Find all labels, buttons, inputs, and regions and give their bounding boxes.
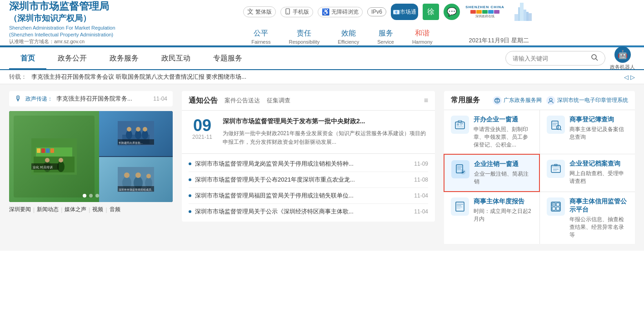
svg-point-39 xyxy=(146,174,151,178)
service-item-open-biz[interactable]: 开办企业一窗通 申请营业执照、刻制印章、申领发票、员工参保登记、公积金... xyxy=(444,110,539,154)
org-name-line2: （深圳市知识产权局） xyxy=(9,13,145,24)
notice-tab-case[interactable]: 案件公告送达 xyxy=(225,96,260,106)
svg-rect-72 xyxy=(551,202,560,211)
service-item-biz-cancel[interactable]: 企业注销一窗通 企业一般注销、简易注销 xyxy=(444,154,540,192)
news-image-area[interactable]: 业化 对员培训 xyxy=(9,111,173,202)
svg-rect-13 xyxy=(37,148,40,153)
svg-rect-7 xyxy=(529,13,532,21)
nav-item-interaction[interactable]: 政民互动 xyxy=(150,47,202,70)
svg-point-8 xyxy=(592,55,596,59)
svg-rect-3 xyxy=(518,7,520,21)
notice-item[interactable]: 深圳市市场监督管理局福田监管局关于停用或注销失联单位... 11-04 xyxy=(189,188,428,204)
search-input[interactable] xyxy=(513,55,591,62)
market-channel-icon[interactable]: 📧 市场通 xyxy=(391,4,418,20)
green-brand-icon[interactable]: 徐 xyxy=(423,4,439,20)
service-desc-biz-registry: 商事主体登记及备案信息查询 xyxy=(569,126,629,141)
svg-point-35 xyxy=(124,172,130,178)
dot-2[interactable] xyxy=(89,194,93,197)
notice-bullet xyxy=(189,178,191,181)
service-item-annual-report[interactable]: 商事主体年度报告 时间：成立周年之日起2月内 xyxy=(444,192,539,244)
search-icon xyxy=(591,54,598,61)
svg-rect-5 xyxy=(526,12,529,21)
svg-rect-14 xyxy=(41,148,45,153)
service-info-annual-report: 商事主体年度报告 时间：成立周年之日起2月内 xyxy=(474,197,533,223)
svg-rect-49 xyxy=(457,127,463,127)
search-button[interactable] xyxy=(591,54,598,63)
link-audio[interactable]: 音频 xyxy=(110,206,120,213)
nav-item-gov-service[interactable]: 政务服务 xyxy=(98,47,150,70)
svg-rect-75 xyxy=(552,207,555,210)
svg-rect-2 xyxy=(520,3,524,21)
left-column: 🎙 政声传递： 李克强主持召开国务院常务... 11-04 xyxy=(9,91,173,244)
service-info-archive: 企业登记档案查询 网上自助查档、受理申请查档 xyxy=(569,160,629,185)
seal-system-link[interactable]: 深圳市统一电子印章管理系统 xyxy=(546,96,628,105)
svg-rect-54 xyxy=(553,126,557,127)
notice-item[interactable]: 深圳市市场监督管理局关于公布2021年度深圳市重点农业龙... 11-08 xyxy=(189,172,428,188)
service-item-biz-registry[interactable]: 商事登记簿查询 商事主体登记及备案信息查询 xyxy=(540,110,635,154)
right-column: 常用服务 广东政务服务网 深圳市统一电子印章管理系统 xyxy=(444,91,635,244)
services-section: 常用服务 广东政务服务网 深圳市统一电子印章管理系统 xyxy=(444,91,635,244)
svg-point-44 xyxy=(549,98,552,101)
notice-item-date: 11-04 xyxy=(414,208,428,215)
slogans-area: 文 繁体版 手机版 ♿ 无障碍浏览 IPv6 📧 市场通 徐 xyxy=(145,0,635,45)
services-title: 常用服务 xyxy=(451,96,480,105)
ticker-text[interactable]: 李克强主持召开国务院常务会议 听取国务院第八次大督查情况汇报 要求围绕市场... xyxy=(31,73,619,81)
image-dots xyxy=(83,194,99,197)
ticker-arrows: ◁ ▷ xyxy=(624,74,635,81)
nav-item-gov-open[interactable]: 政务公开 xyxy=(46,47,98,70)
accessibility-icon: ♿ xyxy=(322,8,329,15)
robot-icon: 🤖 xyxy=(614,46,631,63)
gdgov-link[interactable]: 广东政务服务网 xyxy=(493,96,542,105)
notice-item-date: 11-09 xyxy=(414,161,428,167)
accessibility-link[interactable]: ♿ 无障碍浏览 xyxy=(318,7,363,17)
service-item-archive[interactable]: 企业登记档案查询 网上自助查档、受理申请查档 xyxy=(540,154,635,192)
notice-item-text[interactable]: 深圳市市场监督管理局关于公布2021年度深圳市重点农业龙... xyxy=(195,176,410,184)
svg-point-30 xyxy=(143,127,147,132)
notice-item-text[interactable]: 深圳市市场监督管理局龙岗监管局关于停用或注销相关特种... xyxy=(195,160,410,168)
org-name-en1: Shenzhen Administration For Market Regul… xyxy=(9,25,145,30)
notice-featured-title[interactable]: 深圳市市场监督管理局关于发布第一批中央财政2... xyxy=(223,117,428,126)
svg-point-1 xyxy=(287,13,288,14)
svg-rect-51 xyxy=(552,121,558,129)
nav-item-home[interactable]: 首页 xyxy=(9,47,46,70)
svg-text:深圳市市场监管局党组成员、市食: 深圳市市场监管局党组成员、市食 xyxy=(119,188,154,191)
svg-rect-77 xyxy=(553,203,554,205)
wechat-icon[interactable]: 💬 xyxy=(444,4,460,20)
svg-rect-53 xyxy=(553,124,556,125)
dot-3[interactable] xyxy=(95,194,99,197)
svg-line-9 xyxy=(596,59,598,61)
dot-1[interactable] xyxy=(83,194,86,197)
slogan-harmony: 和谐 Harmony xyxy=(412,29,433,45)
notice-tab-survey[interactable]: 征集调查 xyxy=(267,96,290,106)
open-biz-icon xyxy=(451,116,469,134)
notice-item-text[interactable]: 深圳市市场监督管理局福田监管局关于停用或注销失联单位... xyxy=(195,192,410,200)
svg-text:长陈建民出席首批...: 长陈建民出席首批... xyxy=(119,141,143,144)
service-item-credit[interactable]: 商事主体信用监管公示平台 年报公示信息、抽查检查结果、经营异常名录等 xyxy=(540,192,635,244)
search-box[interactable] xyxy=(505,51,605,66)
notice-bullet xyxy=(189,210,191,213)
nav-item-special[interactable]: 专题服务 xyxy=(202,47,254,70)
notice-item-text[interactable]: 深圳市市场监督管理局关于公示《深圳经济特区商事主体歌... xyxy=(195,208,410,216)
services-ext-links: 广东政务服务网 深圳市统一电子印章管理系统 xyxy=(493,96,628,105)
notice-bullet xyxy=(189,194,191,197)
link-news-updates[interactable]: 新闻动态 xyxy=(37,206,59,213)
link-sz-news[interactable]: 深圳要闻 xyxy=(9,206,31,213)
link-media-voice[interactable]: 媒体之声 xyxy=(65,206,86,213)
robot-button[interactable]: 🤖 政务机器人 xyxy=(610,46,635,71)
svg-rect-68 xyxy=(457,204,463,205)
annual-report-icon xyxy=(451,197,469,216)
notice-item[interactable]: 深圳市市场监督管理局关于公示《深圳经济特区商事主体歌... 11-04 xyxy=(189,204,428,219)
link-video[interactable]: 视频 xyxy=(92,206,103,213)
mobile-version-link[interactable]: 手机版 xyxy=(280,7,313,17)
traditional-chinese-link[interactable]: 文 繁体版 xyxy=(243,6,276,17)
voice-text[interactable]: 李克强主持召开国务院常务... xyxy=(56,95,150,103)
svg-point-28 xyxy=(136,127,140,132)
notice-bullet xyxy=(189,162,191,165)
svg-point-18 xyxy=(45,158,50,162)
notice-more-button[interactable]: ≡ xyxy=(424,96,428,105)
svg-point-26 xyxy=(127,127,131,132)
news-img-right: 长陈建民出席首批... xyxy=(99,111,173,202)
notice-item[interactable]: 深圳市市场监督管理局龙岗监管局关于停用或注销相关特种... 11-09 xyxy=(189,156,428,172)
svg-point-37 xyxy=(135,172,141,178)
notice-item-date: 11-08 xyxy=(414,177,428,183)
